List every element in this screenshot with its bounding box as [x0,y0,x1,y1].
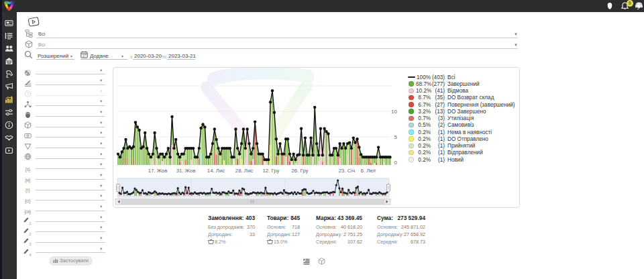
svg-text:23. Січ: 23. Січ [339,168,355,174]
svg-text:?: ? [26,91,29,96]
svg-text:14. Лис: 14. Лис [207,168,225,174]
svg-text:17: 17 [83,54,87,58]
svg-text:6. Лют: 6. Лют [360,168,376,174]
svg-text:26. Гру: 26. Гру [292,168,309,174]
svg-text:5: 5 [394,134,398,140]
svg-text:17. Жов: 17. Жов [148,168,168,174]
svg-text:12. Гру: 12. Гру [263,168,280,174]
svg-text:31. Жов: 31. Жов [176,168,196,174]
svg-text:28. Лис: 28. Лис [235,168,253,174]
svg-text:0: 0 [394,160,398,166]
svg-text:10: 10 [391,109,397,115]
